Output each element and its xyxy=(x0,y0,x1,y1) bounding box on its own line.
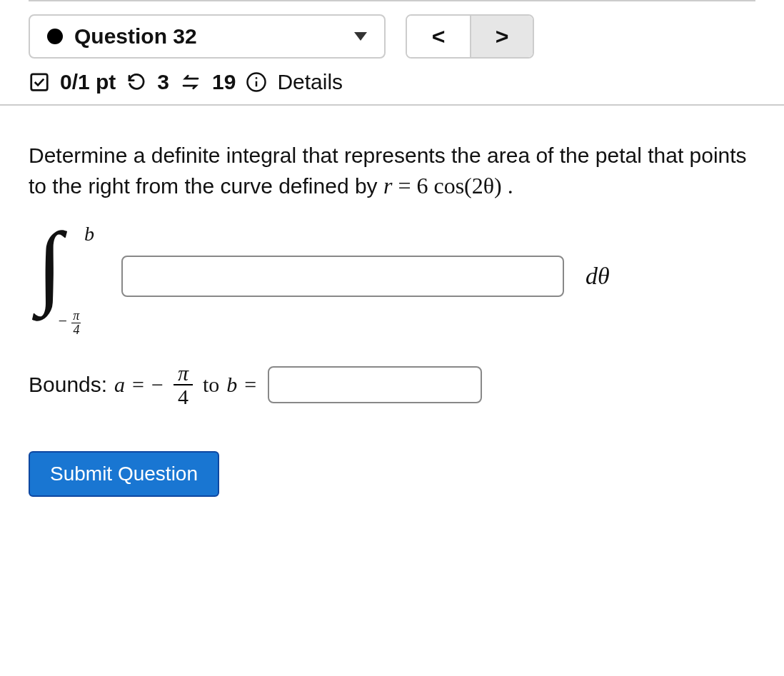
question-prompt: Determine a definite integral that repre… xyxy=(29,141,755,201)
chevron-down-icon xyxy=(354,32,367,41)
differential: dθ xyxy=(586,263,610,290)
bounds-row: Bounds: a = − π 4 to b = xyxy=(29,362,755,408)
svg-rect-0 xyxy=(31,74,48,91)
question-label: Question 32 xyxy=(74,24,197,49)
lower-den: 4 xyxy=(71,323,81,337)
lower-minus: − xyxy=(57,312,68,330)
chevron-right-icon: > xyxy=(496,24,509,50)
question-nav: < > xyxy=(406,14,534,59)
upper-bound-input[interactable] xyxy=(268,366,482,403)
a-var: a xyxy=(114,373,125,396)
integral-upper-bound: b xyxy=(84,223,94,246)
chevron-left-icon: < xyxy=(432,24,446,50)
integral-glyph-icon: ∫ xyxy=(37,218,63,311)
b-var: b xyxy=(226,373,237,396)
eq1: = xyxy=(132,373,144,397)
question-status-bullet xyxy=(47,29,63,44)
attempts-count: 3 xyxy=(157,70,169,94)
info-icon xyxy=(246,71,267,93)
a-frac-den: 4 xyxy=(174,385,193,408)
bounds-label: Bounds: xyxy=(29,373,107,397)
score-text: 0/1 pt xyxy=(60,70,116,94)
tries-remaining: 19 xyxy=(212,70,236,94)
equation-period: . xyxy=(502,173,513,198)
cycle-icon xyxy=(179,71,202,93)
a-frac-num: π xyxy=(174,362,193,386)
checkbox-icon xyxy=(29,71,50,93)
question-selector-dropdown[interactable]: Question 32 xyxy=(29,14,386,59)
prev-question-button[interactable]: < xyxy=(407,16,470,57)
details-link[interactable]: Details xyxy=(277,70,343,94)
equation-rhs: 6 cos(2θ) xyxy=(416,173,501,198)
svg-point-2 xyxy=(256,77,258,79)
integrand-input[interactable] xyxy=(121,256,564,297)
integral-lower-bound: − π 4 xyxy=(57,309,81,337)
to-label: to xyxy=(203,373,219,397)
minus: − xyxy=(151,373,164,397)
lower-num: π xyxy=(71,309,81,323)
equation-eq: = xyxy=(392,173,416,198)
equation-lhs: r xyxy=(383,173,392,198)
integral-symbol: ∫ b − π 4 xyxy=(29,230,107,323)
next-question-button[interactable]: > xyxy=(470,16,533,57)
eq2: = xyxy=(244,373,256,397)
retry-icon xyxy=(126,71,147,93)
submit-question-button[interactable]: Submit Question xyxy=(29,451,219,497)
